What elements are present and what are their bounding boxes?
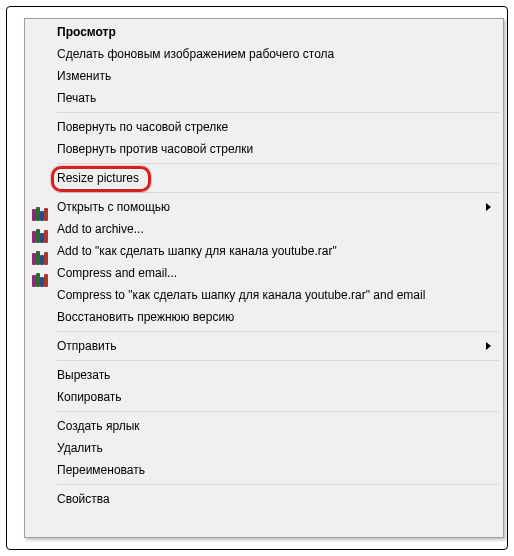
menu-item-rotate-cw[interactable]: Повернуть по часовой стрелке [27,116,501,138]
menu-item-create-shortcut[interactable]: Создать ярлык [27,415,501,437]
menu-label: Открыть с помощью [57,200,501,214]
menu-item-send-to[interactable]: Отправить [27,335,501,357]
menu-label: Повернуть по часовой стрелке [57,120,501,134]
menu-separator [57,360,499,361]
menu-label: Add to "как сделать шапку для канала you… [57,244,501,258]
menu-item-copy[interactable]: Копировать [27,386,501,408]
context-menu: Просмотр Сделать фоновым изображением ра… [24,18,504,538]
menu-item-delete[interactable]: Удалить [27,437,501,459]
menu-item-add-to-archive[interactable]: Add to archive... [27,218,501,240]
menu-item-rename[interactable]: Переименовать [27,459,501,481]
menu-item-preview[interactable]: Просмотр [27,21,501,43]
menu-item-properties[interactable]: Свойства [27,488,501,510]
menu-label: Отправить [57,339,501,353]
menu-label: Переименовать [57,463,501,477]
menu-label: Удалить [57,441,501,455]
menu-label: Вырезать [57,368,501,382]
menu-item-open-with[interactable]: Открыть с помощью [27,196,501,218]
menu-label: Изменить [57,69,501,83]
menu-label: Просмотр [57,25,501,39]
menu-item-compress-email[interactable]: Compress and email... [27,262,501,284]
menu-label: Сделать фоновым изображением рабочего ст… [57,47,501,61]
menu-item-rotate-ccw[interactable]: Повернуть против часовой стрелки [27,138,501,160]
menu-label: Копировать [57,390,501,404]
menu-item-add-to-named-archive[interactable]: Add to "как сделать шапку для канала you… [27,240,501,262]
menu-separator [57,411,499,412]
winrar-icon [32,287,48,303]
menu-separator [57,112,499,113]
menu-separator [57,331,499,332]
menu-label: Compress to "как сделать шапку для канал… [57,288,501,302]
menu-item-compress-named-email[interactable]: Compress to "как сделать шапку для канал… [27,284,501,306]
menu-label: Восстановить прежнюю версию [57,310,501,324]
menu-label: Создать ярлык [57,419,501,433]
menu-item-resize-pictures[interactable]: Resize pictures [27,167,501,189]
menu-label: Свойства [57,492,501,506]
chevron-right-icon [486,203,491,211]
menu-label: Повернуть против часовой стрелки [57,142,501,156]
menu-item-set-wallpaper[interactable]: Сделать фоновым изображением рабочего ст… [27,43,501,65]
menu-label: Add to archive... [57,222,501,236]
menu-item-restore-version[interactable]: Восстановить прежнюю версию [27,306,501,328]
menu-label: Печать [57,91,501,105]
menu-separator [57,484,499,485]
menu-separator [57,192,499,193]
menu-item-cut[interactable]: Вырезать [27,364,501,386]
chevron-right-icon [486,342,491,350]
menu-label: Compress and email... [57,266,501,280]
menu-separator [57,163,499,164]
menu-item-edit[interactable]: Изменить [27,65,501,87]
menu-item-print[interactable]: Печать [27,87,501,109]
menu-label: Resize pictures [57,171,501,185]
